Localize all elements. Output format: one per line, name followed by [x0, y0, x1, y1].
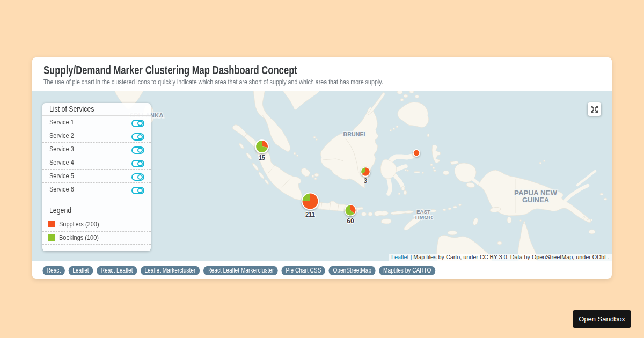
- svg-text:GUINEA: GUINEA: [522, 196, 549, 204]
- svg-text:15: 15: [259, 153, 265, 161]
- svg-text:PAPUA NEW: PAPUA NEW: [514, 189, 557, 197]
- svg-text:BRUNEI: BRUNEI: [343, 131, 365, 137]
- svg-text:TIMOR: TIMOR: [414, 214, 433, 220]
- svg-text:60: 60: [347, 217, 354, 225]
- svg-text:211: 211: [305, 210, 315, 218]
- svg-text:3: 3: [364, 177, 367, 185]
